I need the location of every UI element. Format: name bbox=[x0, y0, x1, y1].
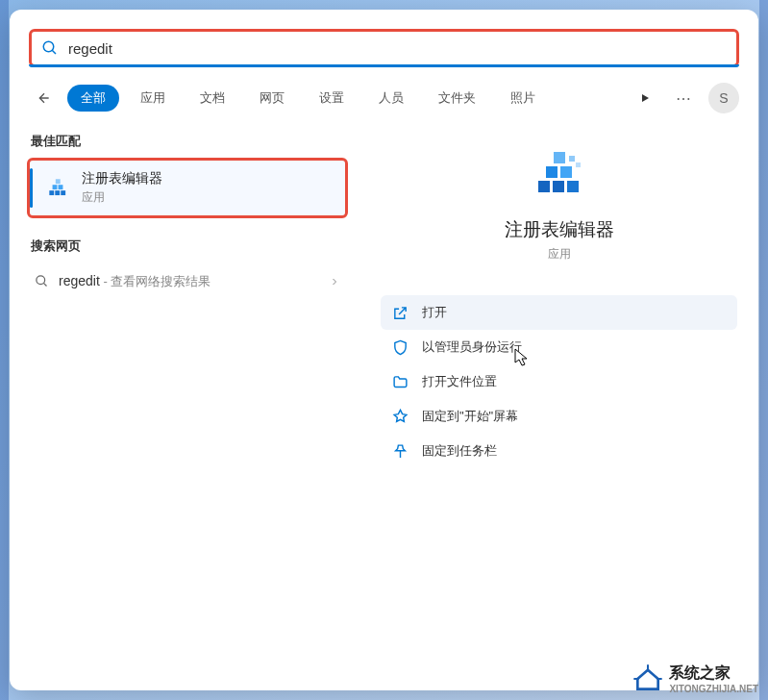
svg-rect-2 bbox=[49, 190, 54, 195]
watermark-logo-icon bbox=[632, 663, 663, 694]
action-pin-to-start[interactable]: 固定到"开始"屏幕 bbox=[381, 399, 737, 434]
best-match-title: 注册表编辑器 bbox=[82, 170, 162, 188]
svg-rect-7 bbox=[56, 179, 61, 184]
svg-rect-12 bbox=[567, 181, 579, 192]
svg-rect-3 bbox=[55, 190, 60, 195]
action-pin-to-taskbar[interactable]: 固定到任务栏 bbox=[381, 434, 737, 468]
tabs-row: 全部 应用 文档 网页 设置 人员 文件夹 照片 ⋯ S bbox=[10, 67, 758, 123]
svg-rect-5 bbox=[53, 185, 58, 189]
action-label: 以管理员身份运行 bbox=[422, 338, 522, 356]
search-icon bbox=[35, 274, 49, 288]
action-open-file-location[interactable]: 打开文件位置 bbox=[381, 364, 737, 399]
results-list: 最佳匹配 注册表编辑器 应用 搜索网页 reged bbox=[10, 123, 365, 679]
svg-point-8 bbox=[37, 276, 45, 285]
search-input[interactable] bbox=[68, 40, 727, 57]
action-label: 打开文件位置 bbox=[422, 373, 497, 390]
svg-rect-6 bbox=[59, 185, 63, 189]
best-match-header: 最佳匹配 bbox=[31, 133, 344, 150]
svg-line-1 bbox=[52, 50, 56, 54]
preview-subtitle: 应用 bbox=[548, 246, 571, 262]
svg-rect-13 bbox=[546, 166, 557, 178]
best-match-subtitle: 应用 bbox=[82, 189, 162, 206]
svg-rect-4 bbox=[61, 190, 65, 195]
watermark-url: XITONGZHIJIA.NET bbox=[669, 684, 758, 694]
svg-rect-16 bbox=[569, 156, 575, 162]
open-icon bbox=[392, 305, 409, 321]
tab-all[interactable]: 全部 bbox=[67, 85, 119, 112]
back-button[interactable] bbox=[29, 83, 60, 113]
ellipsis-icon: ⋯ bbox=[676, 89, 691, 108]
svg-line-9 bbox=[43, 283, 46, 286]
svg-rect-10 bbox=[538, 181, 550, 192]
action-label: 固定到任务栏 bbox=[422, 442, 497, 460]
svg-point-0 bbox=[43, 41, 54, 52]
action-open[interactable]: 打开 bbox=[381, 295, 737, 330]
web-search-query: regedit bbox=[59, 273, 100, 288]
tab-settings[interactable]: 设置 bbox=[306, 85, 358, 112]
windows-search-panel: 全部 应用 文档 网页 设置 人员 文件夹 照片 ⋯ S 最佳匹配 bbox=[10, 10, 758, 690]
action-run-as-admin[interactable]: 以管理员身份运行 bbox=[381, 330, 737, 364]
action-list: 打开 以管理员身份运行 打开文件位置 固定到"开始"屏幕 固定到任务栏 bbox=[381, 295, 737, 468]
search-bar-container bbox=[10, 10, 758, 67]
search-web-header: 搜索网页 bbox=[31, 238, 344, 255]
action-label: 打开 bbox=[422, 304, 447, 321]
regedit-app-icon-large bbox=[529, 142, 590, 204]
shield-icon bbox=[392, 339, 409, 356]
tab-photos[interactable]: 照片 bbox=[497, 85, 549, 112]
user-avatar[interactable]: S bbox=[708, 83, 739, 113]
play-icon bbox=[639, 92, 651, 104]
watermark: 系统之家 XITONGZHIJIA.NET bbox=[632, 663, 758, 694]
folder-icon bbox=[392, 374, 409, 390]
svg-rect-11 bbox=[553, 181, 564, 192]
tab-apps[interactable]: 应用 bbox=[127, 85, 179, 112]
svg-rect-15 bbox=[554, 152, 565, 163]
svg-rect-17 bbox=[576, 162, 581, 167]
preview-title: 注册表编辑器 bbox=[505, 217, 614, 242]
search-icon bbox=[41, 39, 59, 57]
tab-people[interactable]: 人员 bbox=[365, 85, 417, 112]
preview-hero: 注册表编辑器 应用 bbox=[381, 123, 737, 286]
tab-folders[interactable]: 文件夹 bbox=[425, 85, 489, 112]
watermark-text: 系统之家 bbox=[669, 663, 758, 684]
search-bar[interactable] bbox=[29, 29, 739, 67]
tab-documents[interactable]: 文档 bbox=[186, 85, 238, 112]
chevron-right-icon bbox=[329, 276, 340, 288]
regedit-app-icon bbox=[45, 176, 70, 201]
background-decoration bbox=[0, 0, 9, 700]
pin-icon bbox=[392, 409, 409, 425]
more-options-button[interactable]: ⋯ bbox=[670, 85, 697, 112]
svg-rect-14 bbox=[560, 166, 572, 178]
preview-pane: 注册表编辑器 应用 打开 以管理员身份运行 打开文件位置 bbox=[365, 123, 758, 679]
action-label: 固定到"开始"屏幕 bbox=[422, 408, 518, 425]
web-search-hint: - 查看网络搜索结果 bbox=[100, 274, 211, 288]
pin-icon bbox=[392, 443, 409, 460]
arrow-left-icon bbox=[37, 90, 52, 106]
main-content: 最佳匹配 注册表编辑器 应用 搜索网页 reged bbox=[10, 123, 758, 679]
more-tabs-button[interactable] bbox=[632, 85, 658, 112]
background-decoration bbox=[759, 0, 768, 700]
best-match-item[interactable]: 注册表编辑器 应用 bbox=[27, 158, 348, 218]
web-search-item[interactable]: regedit - 查看网络搜索结果 bbox=[27, 262, 348, 300]
tab-web[interactable]: 网页 bbox=[246, 85, 298, 112]
